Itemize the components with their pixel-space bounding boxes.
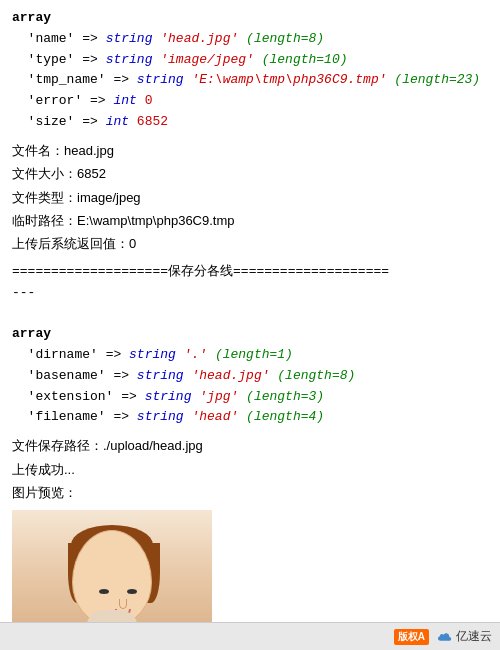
eye-left xyxy=(99,589,109,594)
nose xyxy=(119,599,127,609)
file-info-block: 文件名：head.jpg 文件大小：6852 文件类型：image/jpeg 临… xyxy=(12,139,488,256)
field-tmpname: 'tmp_name' => string 'E:\wamp\tmp\php36C… xyxy=(12,70,488,91)
field-filename: 'filename' => string 'head' (length=4) xyxy=(12,407,488,428)
save-info-block: 文件保存路径：./upload/head.jpg 上传成功... 图片预览： xyxy=(12,434,488,504)
field-size: 'size' => int 6852 xyxy=(12,112,488,133)
upload-success: 上传成功... xyxy=(12,458,488,481)
dash: --- xyxy=(12,283,488,304)
field-extension: 'extension' => string 'jpg' (length=3) xyxy=(12,387,488,408)
filetype-info: 文件类型：image/jpeg xyxy=(12,186,488,209)
section2-array-title: array xyxy=(12,324,488,345)
filesize-info: 文件大小：6852 xyxy=(12,162,488,185)
filename-info: 文件名：head.jpg xyxy=(12,139,488,162)
field-error: 'error' => int 0 xyxy=(12,91,488,112)
section1-array-title: array xyxy=(12,8,488,29)
logo-text: 亿速云 xyxy=(456,628,492,645)
main-content: array 'name' => string 'head.jpg' (lengt… xyxy=(0,0,500,650)
array-fields-section2: 'dirname' => string '.' (length=1) 'base… xyxy=(12,345,488,428)
preview-label: 图片预览： xyxy=(12,481,488,504)
bottom-bar: 版权A 亿速云 xyxy=(0,622,500,650)
field-basename: 'basename' => string 'head.jpg' (length=… xyxy=(12,366,488,387)
logo-left: 版权A xyxy=(394,629,429,645)
field-name: 'name' => string 'head.jpg' (length=8) xyxy=(12,29,488,50)
logo-right: 亿速云 xyxy=(435,628,492,645)
field-type: 'type' => string 'image/jpeg' (length=10… xyxy=(12,50,488,71)
upload-return-info: 上传后系统返回值：0 xyxy=(12,232,488,255)
field-dirname: 'dirname' => string '.' (length=1) xyxy=(12,345,488,366)
divider: ====================保存分各线===============… xyxy=(12,262,488,283)
eye-right xyxy=(127,589,137,594)
cloud-icon xyxy=(435,630,453,644)
savepath-info: 文件保存路径：./upload/head.jpg xyxy=(12,434,488,457)
tmppath-info: 临时路径：E:\wamp\tmp\php36C9.tmp xyxy=(12,209,488,232)
array-fields-section1: 'name' => string 'head.jpg' (length=8) '… xyxy=(12,29,488,133)
